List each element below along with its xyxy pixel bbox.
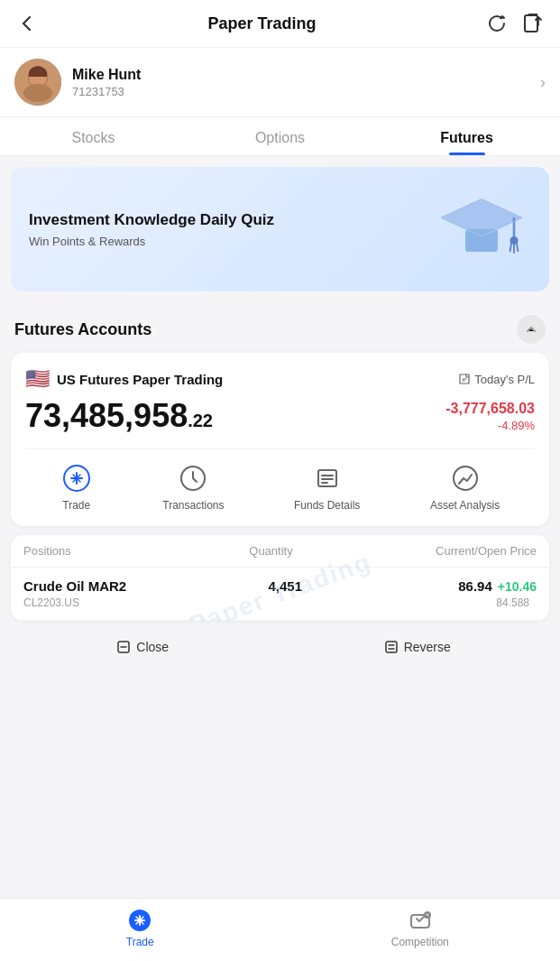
position-ticker: CL2203.US xyxy=(23,596,79,609)
page-title: Paper Trading xyxy=(207,14,316,33)
pl-pct: -4.89% xyxy=(445,419,535,432)
pl-amount: -3,777,658.03 xyxy=(445,401,535,417)
tab-stocks[interactable]: Stocks xyxy=(0,117,187,155)
col-price-header: Current/Open Price xyxy=(311,544,537,558)
action-row: Trade Transactions Funds Det xyxy=(25,448,535,512)
collapse-button[interactable] xyxy=(517,315,546,344)
section-title: Futures Accounts xyxy=(14,320,151,339)
svg-line-11 xyxy=(517,242,519,252)
trade-label: Trade xyxy=(62,499,90,512)
transactions-action[interactable]: Transactions xyxy=(162,462,224,512)
user-name: Mike Hunt xyxy=(72,67,540,83)
trade-action[interactable]: Trade xyxy=(60,462,93,512)
nav-trade[interactable]: Trade xyxy=(0,899,280,961)
pos-price-row: 86.94 +10.46 xyxy=(458,578,537,594)
balance-integer: 73,485,958 xyxy=(25,397,188,434)
svg-rect-17 xyxy=(318,470,336,486)
position-open: 84.588 xyxy=(496,596,529,609)
funds-icon xyxy=(311,462,344,494)
header-icons xyxy=(484,11,546,36)
nav-competition[interactable]: Competition xyxy=(280,899,561,961)
col-qty-header: Quantity xyxy=(249,544,292,558)
svg-rect-23 xyxy=(386,642,397,652)
quiz-subtitle: Win Points & Rewards xyxy=(29,235,423,248)
asset-icon xyxy=(449,462,482,494)
user-row[interactable]: Mike Hunt 71231753 › xyxy=(0,48,560,117)
pl-values: -3,777,658.03 -4.89% xyxy=(445,401,535,432)
position-change: +10.46 xyxy=(498,579,537,594)
close-label: Close xyxy=(136,640,169,654)
bottom-nav: Trade Competition xyxy=(0,898,560,961)
trade-nav-icon xyxy=(127,908,152,933)
balance-decimal: .22 xyxy=(188,411,213,430)
svg-point-21 xyxy=(454,467,477,490)
positions-header: Positions Quantity Current/Open Price xyxy=(11,535,549,568)
account-top: 🇺🇸 US Futures Paper Trading Today's P/L xyxy=(25,367,535,391)
trade-icon xyxy=(60,462,93,494)
svg-rect-0 xyxy=(525,15,537,32)
position-name: Crude Oil MAR2 xyxy=(23,578,126,594)
pl-label-text: Today's P/L xyxy=(474,373,535,386)
position-row-top: Crude Oil MAR2 4,451 86.94 +10.46 xyxy=(23,578,537,594)
user-id: 71231753 xyxy=(72,85,540,98)
refresh-button[interactable] xyxy=(484,11,510,36)
funds-action[interactable]: Funds Details xyxy=(294,462,360,512)
quiz-title: Investment Knowledge Daily Quiz xyxy=(29,211,423,229)
account-name: US Futures Paper Trading xyxy=(57,372,223,387)
quiz-banner[interactable]: Investment Knowledge Daily Quiz Win Poin… xyxy=(11,167,549,291)
asset-analysis-action[interactable]: Asset Analysis xyxy=(430,462,500,512)
balance-row: 73,485,958.22 -3,777,658.03 -4.89% xyxy=(25,400,535,432)
user-row-chevron[interactable]: › xyxy=(540,73,546,92)
pl-label[interactable]: Today's P/L xyxy=(458,373,535,386)
reverse-button[interactable]: Reverse xyxy=(286,630,550,664)
trade-nav-label: Trade xyxy=(126,936,154,948)
svg-rect-6 xyxy=(465,229,498,252)
share-button[interactable] xyxy=(520,11,546,36)
funds-label: Funds Details xyxy=(294,499,360,512)
position-price: 86.94 xyxy=(458,578,492,594)
account-card: 🇺🇸 US Futures Paper Trading Today's P/L … xyxy=(11,353,549,526)
asset-label: Asset Analysis xyxy=(430,499,500,512)
transactions-icon xyxy=(177,462,209,494)
col-positions-header: Positions xyxy=(23,544,249,558)
competition-nav-label: Competition xyxy=(391,936,449,948)
header: Paper Trading xyxy=(0,0,560,48)
transactions-label: Transactions xyxy=(162,499,224,512)
account-name-row: 🇺🇸 US Futures Paper Trading xyxy=(25,367,223,391)
section-header: Futures Accounts xyxy=(0,302,560,353)
graduation-cap-icon xyxy=(432,187,531,272)
close-button[interactable]: Close xyxy=(11,630,275,664)
avatar xyxy=(14,59,61,106)
svg-point-4 xyxy=(23,84,52,102)
reverse-label: Reverse xyxy=(404,640,451,654)
back-button[interactable] xyxy=(14,11,40,36)
tabs-row: Stocks Options Futures xyxy=(0,117,560,156)
competition-nav-icon xyxy=(408,908,433,933)
table-row[interactable]: Paper Trading Crude Oil MAR2 4,451 86.94… xyxy=(11,568,549,621)
bottom-actions: Close Reverse xyxy=(11,630,549,664)
us-flag-icon: 🇺🇸 xyxy=(25,367,50,391)
tab-options[interactable]: Options xyxy=(187,117,373,155)
position-row-bottom: CL2203.US 84.588 xyxy=(23,596,537,609)
position-qty: 4,451 xyxy=(268,578,302,594)
tab-futures[interactable]: Futures xyxy=(373,117,560,155)
user-info: Mike Hunt 71231753 xyxy=(72,67,540,98)
positions-section: Positions Quantity Current/Open Price Pa… xyxy=(11,535,549,621)
svg-line-9 xyxy=(510,242,512,252)
quiz-text: Investment Knowledge Daily Quiz Win Poin… xyxy=(29,211,423,248)
